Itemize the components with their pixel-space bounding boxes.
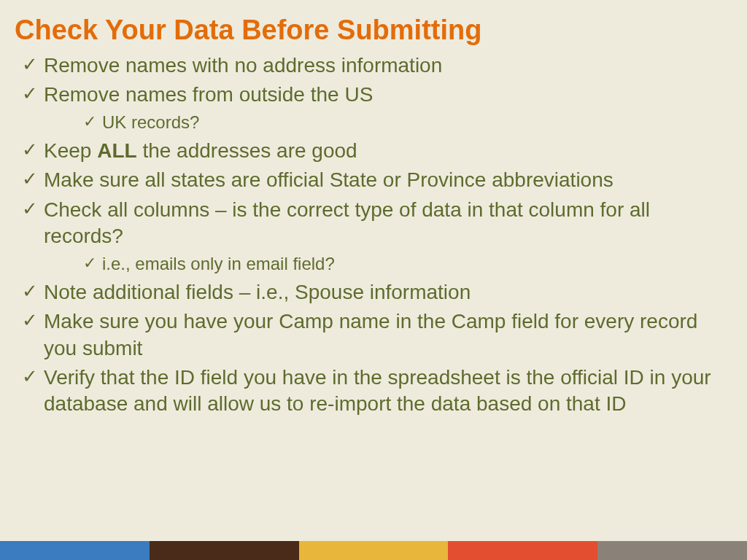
stripe-segment xyxy=(448,541,597,560)
item-text: Note additional fields – i.e., Spouse in… xyxy=(44,281,471,303)
sub-item: UK records? xyxy=(44,111,732,134)
list-item: Make sure you have your Camp name in the… xyxy=(15,308,732,362)
list-item: Remove names from outside the US UK reco… xyxy=(15,82,732,135)
stripe-segment xyxy=(0,541,150,560)
list-item: Note additional fields – i.e., Spouse in… xyxy=(15,279,732,306)
item-prefix: Keep xyxy=(44,139,97,162)
list-item: Verify that the ID field you have in the… xyxy=(15,365,732,418)
item-text: Verify that the ID field you have in the… xyxy=(44,366,711,415)
checklist: Remove names with no address information… xyxy=(15,52,732,418)
list-item: Make sure all states are official State … xyxy=(15,167,732,193)
stripe-segment xyxy=(597,541,747,560)
slide: Check Your Data Before Submitting Remove… xyxy=(0,0,747,560)
stripe-segment xyxy=(150,541,299,560)
sub-item: i.e., emails only in email field? xyxy=(44,252,732,276)
footer-stripe xyxy=(0,541,747,560)
sub-list: UK records? xyxy=(44,111,732,134)
list-item: Keep ALL the addresses are good xyxy=(15,138,732,164)
stripe-segment xyxy=(299,541,449,560)
slide-title: Check Your Data Before Submitting xyxy=(15,15,732,47)
item-bold: ALL xyxy=(97,139,136,162)
list-item: Check all columns – is the correct type … xyxy=(15,197,732,276)
item-text: Check all columns – is the correct type … xyxy=(44,198,650,247)
item-text: Make sure you have your Camp name in the… xyxy=(44,310,697,359)
item-text: Remove names with no address information xyxy=(44,54,442,77)
list-item: Remove names with no address information xyxy=(15,52,732,79)
item-suffix: the addresses are good xyxy=(137,139,357,162)
sub-list: i.e., emails only in email field? xyxy=(44,252,732,276)
item-text: Remove names from outside the US xyxy=(44,83,373,106)
item-text: Make sure all states are official State … xyxy=(44,168,614,191)
